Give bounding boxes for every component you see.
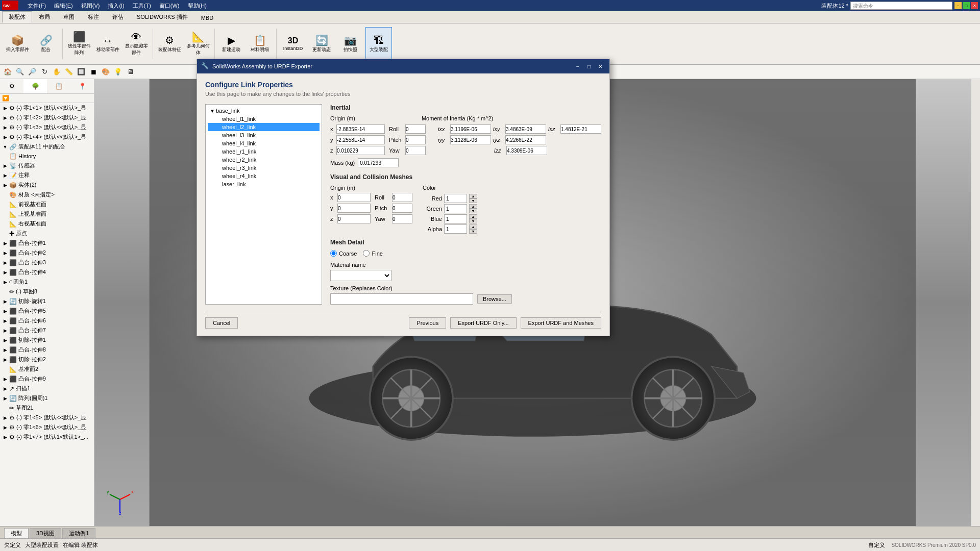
dialog-maximize[interactable]: □ [584,62,594,71]
mass-input[interactable] [358,158,399,167]
inertial-ixx-input[interactable] [450,124,491,134]
alpha-up[interactable]: ▲ [469,224,477,229]
inertial-row-x: x Roll ixx ixy ixz [330,124,601,134]
mesh-detail-section: Mesh Detail Coarse Fine [330,239,601,257]
dialog-overlay: 🔧 SolidWorks Assembly to URDF Exporter −… [0,0,980,551]
fine-label: Fine [372,251,382,257]
visual-row-z: z Yaw [330,214,412,223]
d-tree-wheel-l3[interactable]: wheel_l3_link [208,131,320,139]
visual-row-y: y Pitch [330,204,412,213]
inertial-y-input[interactable] [336,135,385,144]
mesh-detail-radio-group: Coarse Fine [330,250,601,257]
alpha-down[interactable]: ▼ [469,229,477,234]
d-tree-wheel-l1[interactable]: wheel_l1_link [208,115,320,123]
visual-origin-panel: Origin (m) x Roll y [330,185,412,234]
dialog-close[interactable]: ✕ [595,62,605,71]
d-tree-wheel-r1[interactable]: wheel_r1_link [208,147,320,156]
blue-input[interactable] [444,214,467,223]
d-tree-laser[interactable]: laser_link [208,180,320,188]
footer-left: Cancel [205,317,238,329]
d-expander [216,157,221,163]
d-expander [216,133,221,138]
coarse-radio[interactable] [330,250,337,257]
moment-label: Moment of Inertia (Kg * m^2) [422,115,493,121]
fine-radio[interactable] [363,250,370,257]
visual-yaw-input[interactable] [392,214,412,223]
red-down[interactable]: ▼ [469,198,477,203]
color-row-red: Red ▲ ▼ [423,194,477,203]
d-tree-wheel-l4[interactable]: wheel_l4_link [208,139,320,147]
dialog-icon: 🔧 [201,62,209,70]
inertial-ixy-input[interactable] [505,124,546,134]
color-row-alpha: Alpha ▲ ▼ [423,224,477,234]
footer-right: Previous Export URDF Only... Export URDF… [409,317,601,329]
inertial-z-input[interactable] [336,146,385,155]
inertial-roll-input[interactable] [405,124,426,134]
d-tree-wheel-r4[interactable]: wheel_r4_link [208,172,320,180]
inertial-izz-input[interactable] [506,146,547,155]
dialog-titlebar: 🔧 SolidWorks Assembly to URDF Exporter −… [197,59,609,73]
dialog-minimize[interactable]: − [573,62,583,71]
export-urdf-only-button[interactable]: Export URDF Only... [450,317,516,329]
blue-down[interactable]: ▼ [469,219,477,223]
material-title: Material name [330,262,601,268]
visual-pitch-input[interactable] [392,204,412,213]
cancel-button[interactable]: Cancel [205,317,238,329]
alpha-label: Alpha [423,226,442,232]
green-label: Green [423,206,442,212]
green-down[interactable]: ▼ [469,209,477,213]
inertial-pitch-input[interactable] [405,135,426,144]
blue-up[interactable]: ▲ [469,214,477,219]
d-tree-base-link[interactable]: ▼ base_link [208,107,320,115]
fine-radio-item[interactable]: Fine [363,250,382,257]
d-expander [216,149,221,155]
visual-z-input[interactable] [337,214,371,223]
x-label: x [330,126,334,132]
alpha-spinner: ▲ ▼ [469,224,477,234]
origin-m-label: Origin (m) [330,115,355,121]
blue-label: Blue [423,216,442,222]
inertial-row-y: y Pitch iyy iyz [330,135,601,144]
d-tree-wheel-r3[interactable]: wheel_r3_link [208,164,320,172]
visual-section: Visual and Collision Meshes Origin (m) x… [330,173,601,234]
coarse-radio-item[interactable]: Coarse [330,250,357,257]
d-expander [216,182,221,187]
color-row-green: Green ▲ ▼ [423,204,477,213]
inertial-x-input[interactable] [336,124,385,134]
d-tree-wheel-l2[interactable]: wheel_l2_link [208,123,320,131]
inertial-yaw-input[interactable] [405,146,426,155]
texture-title: Texture (Replaces Color) [330,285,601,291]
urdf-dialog: 🔧 SolidWorks Assembly to URDF Exporter −… [197,59,610,336]
export-urdf-meshes-button[interactable]: Export URDF and Meshes [521,317,601,329]
inertial-iyz-input[interactable] [505,135,546,144]
mass-label: Mass (kg) [330,160,355,166]
vz-label: z [330,216,335,222]
color-label: Color [423,185,477,191]
mass-row: Mass (kg) [330,158,601,167]
visual-roll-input[interactable] [392,193,412,202]
d-expander: ▼ [210,108,215,114]
inertial-iyy-input[interactable] [450,135,491,144]
d-tree-wheel-r2[interactable]: wheel_r2_link [208,156,320,164]
material-select[interactable] [330,270,391,281]
dialog-body: Configure Link Properties Use this page … [197,73,609,336]
properties-panel: Inertial Origin (m) Moment of Inertia (K… [330,104,601,305]
green-input[interactable] [444,204,467,213]
mesh-detail-title: Mesh Detail [330,239,601,246]
blue-spinner: ▲ ▼ [469,214,477,223]
inertial-headers: Origin (m) Moment of Inertia (Kg * m^2) [330,115,601,121]
red-up[interactable]: ▲ [469,194,477,198]
coarse-label: Coarse [339,251,357,257]
ixz-label: ixz [548,126,558,132]
visual-y-input[interactable] [337,204,371,213]
previous-button[interactable]: Previous [409,317,446,329]
inertial-ixz-input[interactable] [560,124,601,134]
green-up[interactable]: ▲ [469,204,477,209]
texture-input[interactable] [330,293,473,305]
inertial-row-z: z Yaw izz [330,146,601,155]
browse-button[interactable]: Browse... [477,294,512,304]
izz-label: izz [494,147,504,154]
alpha-input[interactable] [444,224,467,234]
red-input[interactable] [444,194,467,203]
visual-x-input[interactable] [337,193,371,202]
